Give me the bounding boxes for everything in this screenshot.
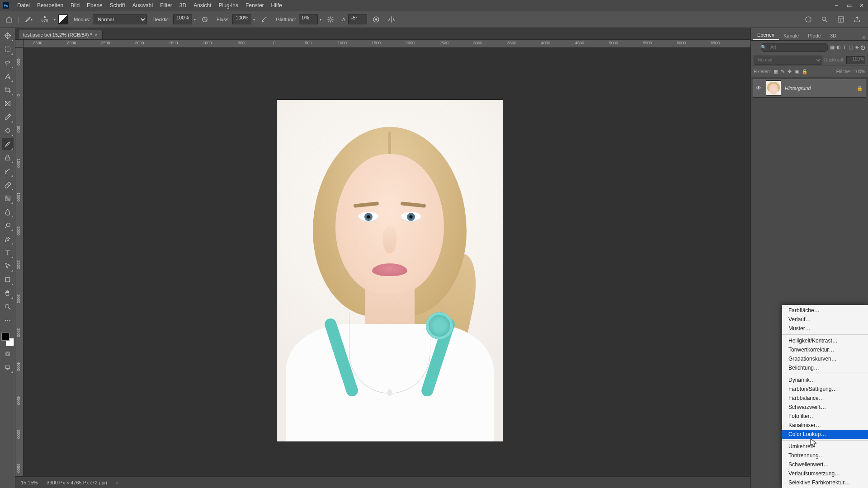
menu-item[interactable]: Schwellenwert… — [782, 460, 868, 469]
brush-preview[interactable]: 678 — [38, 13, 52, 26]
ruler-horizontal[interactable]: -3500-3000-2500-2000-1500-1000-500050010… — [24, 40, 750, 48]
fill-field[interactable]: 100% — [854, 69, 865, 74]
menu-bild[interactable]: Bild — [67, 0, 83, 11]
shape-tool[interactable] — [2, 274, 14, 286]
pen-tool[interactable] — [2, 233, 14, 245]
menu-3d[interactable]: 3D — [176, 0, 190, 11]
opacity-pressure-icon[interactable] — [198, 13, 211, 26]
smoothing-options-icon[interactable] — [324, 13, 337, 26]
filter-shape-icon[interactable]: ▢ — [849, 44, 853, 51]
flow-field[interactable]: 100% — [232, 14, 251, 24]
lock-all-icon[interactable]: 🔒 — [802, 69, 808, 75]
tab-close-icon[interactable]: × — [95, 32, 98, 38]
lock-artboard-icon[interactable]: ▣ — [794, 69, 799, 75]
airbrush-icon[interactable] — [258, 13, 270, 26]
zoom-tool[interactable] — [2, 301, 14, 313]
smoothing-field[interactable]: 0% — [299, 14, 318, 24]
foreground-color-swatch[interactable] — [1, 333, 9, 341]
menu-item[interactable]: Belichtung… — [782, 363, 868, 372]
brush-panel-toggle-icon[interactable] — [58, 14, 68, 24]
quick-mask-icon[interactable] — [2, 348, 14, 360]
ruler-vertical[interactable]: -500050010001500200025003000350040004500… — [15, 48, 24, 476]
menu-item[interactable]: Muster… — [782, 324, 868, 333]
menu-filter[interactable]: Filter — [156, 0, 176, 11]
angle-field[interactable]: -5° — [348, 14, 367, 24]
menu-ansicht[interactable]: Ansicht — [190, 0, 215, 11]
menu-item[interactable]: Color Lookup… — [782, 430, 868, 439]
canvas-viewport[interactable] — [24, 48, 750, 476]
tab-kanaele[interactable]: Kanäle — [779, 31, 803, 40]
lock-move-icon[interactable]: ✥ — [788, 69, 792, 75]
menu-item[interactable]: Tonwertkorrektur… — [782, 345, 868, 354]
menu-auswahl[interactable]: Auswahl — [129, 0, 156, 11]
brush-tool[interactable] — [2, 138, 14, 150]
menu-item[interactable]: Umkehren — [782, 442, 868, 451]
color-swatches[interactable] — [1, 333, 14, 346]
gradient-tool[interactable] — [2, 192, 14, 204]
menu-bearbeiten[interactable]: Bearbeiten — [33, 0, 67, 11]
menu-item[interactable]: Tontrennung… — [782, 451, 868, 460]
edit-toolbar-icon[interactable]: ⋯ — [2, 314, 14, 326]
status-more-icon[interactable]: › — [116, 480, 118, 485]
layer-row[interactable]: 👁 Hintergrund 🔒 — [753, 79, 866, 98]
menu-item[interactable]: Farbfläche… — [782, 306, 868, 315]
menu-item[interactable]: Selektive Farbkorrektur… — [782, 478, 868, 487]
menu-fenster[interactable]: Fenster — [242, 0, 268, 11]
menu-datei[interactable]: Datei — [14, 0, 33, 11]
layer-lock-icon[interactable]: 🔒 — [857, 85, 863, 91]
menu-item[interactable]: Fotofilter… — [782, 412, 868, 421]
brush-tool-icon[interactable]: ▾ — [22, 13, 35, 26]
crop-tool[interactable] — [2, 84, 14, 96]
menu-item[interactable]: Farbbalance… — [782, 394, 868, 403]
eyedropper-tool[interactable] — [2, 111, 14, 123]
menu-item[interactable]: Kanalmixer… — [782, 421, 868, 430]
arrange-docs-icon[interactable] — [835, 13, 847, 26]
layer-name[interactable]: Hintergrund — [785, 85, 853, 91]
menu-item[interactable]: Dynamik… — [782, 375, 868, 385]
share-icon[interactable] — [851, 13, 863, 26]
window-restore-button[interactable]: ▭ — [843, 0, 855, 11]
pressure-size-icon[interactable] — [370, 13, 382, 26]
clone-stamp-tool[interactable] — [2, 152, 14, 164]
filter-adjust-icon[interactable]: ◐ — [836, 44, 841, 51]
lasso-tool[interactable] — [2, 57, 14, 69]
screen-mode-icon[interactable] — [2, 361, 14, 373]
filter-toggle-icon[interactable]: ⏻ — [860, 44, 865, 51]
menu-schrift[interactable]: Schrift — [106, 0, 129, 11]
menu-ebene[interactable]: Ebene — [83, 0, 106, 11]
menu-item[interactable]: Helligkeit/Kontrast… — [782, 336, 868, 345]
opacity-field[interactable]: 100% — [173, 14, 192, 24]
frame-tool[interactable] — [2, 98, 14, 109]
zoom-level[interactable]: 15.15% — [21, 480, 38, 485]
filter-type-icon[interactable]: T — [843, 44, 847, 51]
layer-visibility-icon[interactable]: 👁 — [756, 85, 762, 91]
canvas[interactable] — [277, 100, 503, 441]
menu-item[interactable]: Gradationskurven… — [782, 354, 868, 363]
move-tool[interactable] — [2, 30, 14, 42]
type-tool[interactable] — [2, 247, 14, 258]
blend-mode-select[interactable]: Normal — [93, 14, 147, 24]
history-brush-tool[interactable] — [2, 165, 14, 177]
layer-filter-input[interactable] — [761, 43, 828, 52]
path-select-tool[interactable] — [2, 260, 14, 272]
search-icon[interactable] — [818, 13, 831, 26]
menu-item[interactable]: Verlauf… — [782, 315, 868, 324]
menu-item[interactable]: Verlaufsumsetzung… — [782, 469, 868, 478]
window-minimize-button[interactable]: – — [830, 0, 843, 11]
tab-3d[interactable]: 3D — [826, 31, 841, 40]
hand-tool[interactable] — [2, 287, 14, 299]
filter-pixel-icon[interactable]: ▦ — [830, 44, 835, 51]
marquee-tool[interactable] — [2, 43, 14, 55]
eraser-tool[interactable] — [2, 179, 14, 191]
lock-pixels-icon[interactable]: ▦ — [774, 69, 778, 75]
cloud-docs-icon[interactable] — [802, 13, 815, 26]
dodge-tool[interactable] — [2, 220, 14, 231]
filter-smart-icon[interactable]: ◈ — [855, 44, 859, 51]
tab-pfade[interactable]: Pfade — [803, 31, 826, 40]
home-icon[interactable] — [3, 13, 15, 26]
menu-plugins[interactable]: Plug-ins — [215, 0, 242, 11]
healing-brush-tool[interactable] — [2, 125, 14, 136]
panel-menu-icon[interactable]: ≡ — [862, 34, 868, 40]
layer-blend-mode-select[interactable]: Normal — [754, 56, 822, 65]
window-close-button[interactable]: ✕ — [855, 0, 868, 11]
